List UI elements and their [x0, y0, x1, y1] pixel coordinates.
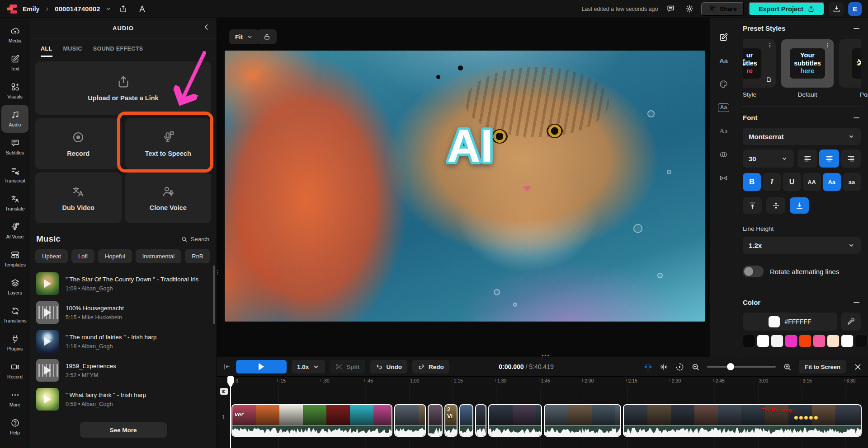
timeline-clip[interactable]: ver: [231, 404, 392, 437]
color-swatch[interactable]: [743, 335, 755, 347]
case-aa-button[interactable]: AA: [803, 173, 821, 191]
clone-voice-card[interactable]: Clone Voice: [125, 173, 212, 223]
carousel-next-icon[interactable]: [854, 56, 861, 68]
valign-top-button[interactable]: [743, 197, 762, 214]
timeline-ruler[interactable]: 0:15:30:451:001:151:301:452:002:152:302:…: [217, 376, 868, 386]
music-tag-hopeful[interactable]: Hopeful: [98, 249, 132, 263]
collapse-color-icon[interactable]: [854, 299, 861, 306]
line-height-dropdown[interactable]: 1.2x: [743, 237, 861, 254]
upload-or-paste-link-card[interactable]: Upload or Paste a Link: [35, 61, 211, 115]
sidebar-item-translate[interactable]: Translate: [1, 189, 28, 217]
close-timeline-icon[interactable]: [854, 363, 862, 371]
timeline-clip[interactable]: 2 Vi: [444, 404, 458, 437]
share-up-button[interactable]: [116, 2, 131, 16]
case-aa-button[interactable]: Aa: [823, 173, 841, 191]
music-tag-upbeat[interactable]: Upbeat: [35, 249, 68, 263]
collapse-panel-icon[interactable]: [202, 23, 211, 32]
undo-button[interactable]: Undo: [370, 360, 408, 373]
music-track-row[interactable]: " What fairy think " - Irish harp0:58 • …: [36, 388, 211, 411]
comments-button[interactable]: [663, 2, 678, 16]
case-aa-button[interactable]: aa: [843, 173, 861, 191]
share-button[interactable]: Share: [701, 2, 744, 16]
sidebar-item-layers[interactable]: Layers: [1, 273, 28, 301]
font-tool-button[interactable]: [135, 2, 150, 16]
align-left-button[interactable]: [797, 149, 817, 168]
track-options-icon[interactable]: [220, 388, 228, 395]
sidebar-item-audio[interactable]: Audio: [1, 105, 28, 133]
align-center-button[interactable]: [819, 149, 839, 168]
color-swatch[interactable]: [813, 335, 826, 347]
music-tag-instrumental[interactable]: Instrumental: [136, 249, 182, 263]
music-tag-lofi[interactable]: Lofi: [71, 249, 94, 263]
italic-button[interactable]: I: [763, 173, 781, 191]
rail-font-button[interactable]: Aa: [716, 53, 731, 68]
user-avatar[interactable]: E: [848, 2, 862, 16]
sidebar-item-record[interactable]: Record: [1, 357, 28, 385]
sidebar-item-plugins[interactable]: Plugins: [1, 329, 28, 357]
collapse-presets-icon[interactable]: [854, 25, 861, 32]
track-thumbnail[interactable]: [36, 301, 59, 324]
rotate-lines-toggle[interactable]: [743, 266, 764, 277]
rail-color-palette[interactable]: [716, 77, 731, 91]
playback-speed-dropdown[interactable]: 1.0x: [292, 360, 325, 373]
align-right-button[interactable]: [841, 149, 861, 168]
bold-button[interactable]: B: [743, 173, 761, 191]
valign-middle-button[interactable]: [766, 197, 785, 214]
jump-between-cuts-icon[interactable]: [660, 363, 668, 371]
timeline-clip[interactable]: [459, 404, 473, 437]
zoom-out-icon[interactable]: [691, 363, 700, 371]
timeline-clip[interactable]: [488, 404, 542, 437]
snapping-toggle-icon[interactable]: [644, 363, 652, 371]
rail-text-style-button[interactable]: Aa: [716, 124, 731, 138]
project-id[interactable]: 000014740002: [55, 5, 100, 13]
timeline-clip[interactable]: [394, 404, 426, 437]
color-swatch[interactable]: [827, 335, 840, 347]
timeline-clip[interactable]: The Uncanny: [623, 404, 862, 437]
download-button[interactable]: [829, 2, 844, 16]
valign-bottom-button[interactable]: [790, 197, 809, 214]
sidebar-item-transitions[interactable]: Transitions: [1, 301, 28, 329]
sidebar-item-help[interactable]: Help: [1, 413, 28, 441]
sidebar-item-ai-voice[interactable]: AI Voice: [1, 217, 28, 245]
sidebar-item-more[interactable]: More: [1, 385, 28, 413]
zoom-slider-knob[interactable]: [727, 363, 734, 370]
card-menu-icon[interactable]: [825, 42, 831, 51]
sidebar-item-visuals[interactable]: Visuals: [1, 77, 28, 105]
sidebar-item-templates[interactable]: Templates: [1, 245, 28, 273]
split-button[interactable]: Split: [330, 360, 365, 373]
timeline-zoom-slider[interactable]: [707, 366, 776, 368]
text-to-speech-card[interactable]: Text to Speech: [125, 118, 212, 169]
fit-to-screen-button[interactable]: Fit to Screen: [799, 360, 846, 373]
music-tag-rnb[interactable]: RnB: [185, 249, 210, 263]
music-track-row[interactable]: " The Star Of The County Down " - Tradit…: [36, 272, 211, 295]
track-thumbnail[interactable]: [36, 330, 59, 353]
color-swatch[interactable]: [757, 335, 769, 347]
color-swatch[interactable]: [799, 335, 811, 347]
skip-to-start-icon[interactable]: [223, 363, 231, 371]
track-thumbnail[interactable]: [36, 359, 59, 382]
app-logo-icon[interactable]: [6, 4, 18, 14]
collapse-font-icon[interactable]: [854, 115, 861, 121]
sidebar-item-media[interactable]: Media: [1, 21, 28, 49]
breadcrumb-user[interactable]: Emily: [23, 5, 39, 13]
dub-video-card[interactable]: Dub Video: [35, 173, 122, 223]
rail-text-box-button[interactable]: Aa: [716, 100, 731, 115]
unlock-button[interactable]: [257, 29, 277, 44]
color-swatch[interactable]: [841, 335, 854, 347]
export-project-button[interactable]: Export Project: [749, 2, 825, 16]
eyedropper-button[interactable]: [841, 313, 861, 331]
rail-blend[interactable]: [716, 147, 731, 162]
ai-text-overlay[interactable]: AI: [420, 114, 520, 177]
font-family-dropdown[interactable]: Montserrat: [743, 128, 861, 145]
loop-playback-icon[interactable]: [675, 363, 684, 371]
redo-button[interactable]: Redo: [412, 360, 449, 373]
project-menu-chevron-icon[interactable]: [105, 5, 112, 12]
tab-all[interactable]: ALL: [41, 46, 52, 57]
music-track-row[interactable]: 1959_Experiences2:52 • MFYM: [36, 359, 211, 382]
rail-edit[interactable]: [716, 30, 731, 44]
music-track-row[interactable]: " The round of fairies " - Irish harp1:1…: [36, 330, 211, 353]
timeline-clip[interactable]: [544, 404, 621, 437]
timeline-clip[interactable]: [475, 404, 486, 437]
zoom-in-icon[interactable]: [783, 363, 792, 371]
color-swatch[interactable]: [785, 335, 797, 347]
